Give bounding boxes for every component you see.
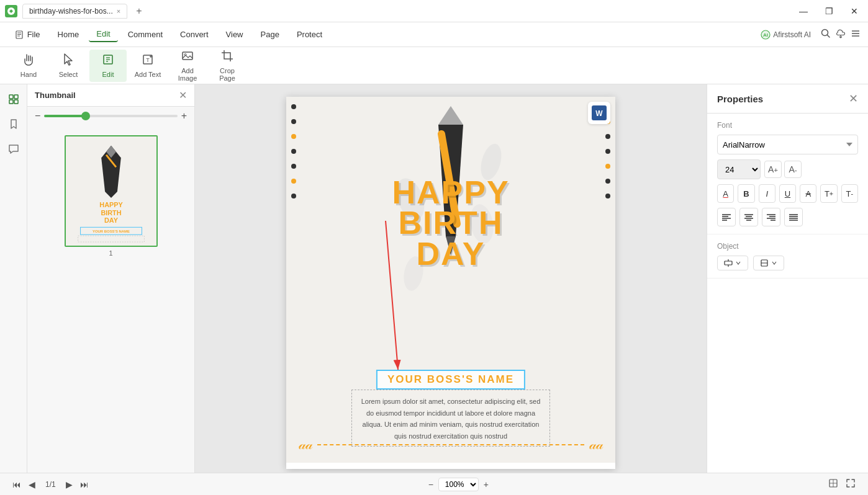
new-tab-button[interactable]: +	[132, 4, 145, 18]
subscript-button[interactable]: T-	[841, 184, 858, 203]
dot	[291, 149, 296, 154]
font-increase-button[interactable]: A+	[764, 161, 782, 178]
thumbnail-image: HAPPY BIRTH DAY YOUR BOSS'S NAME	[65, 135, 158, 247]
svg-rect-30	[9, 100, 13, 104]
zoom-out-button[interactable]: −	[426, 477, 436, 492]
close-button[interactable]: ✕	[846, 5, 863, 17]
zoom-out-button[interactable]: −	[35, 110, 40, 122]
dot-gold	[291, 179, 296, 184]
next-page-button[interactable]: ▶	[63, 477, 75, 492]
menu-comment[interactable]: Comment	[120, 27, 170, 42]
zoom-dropdown[interactable]: 100% 75% 125% 150%	[438, 478, 479, 491]
thumbnail-panel: Thumbnail ✕ − + HAPPY	[27, 84, 195, 473]
text-style-row: A B I U A T+ T-	[717, 184, 858, 203]
svg-text:T: T	[146, 57, 150, 63]
svg-text:HAPPY: HAPPY	[99, 201, 123, 208]
canvas-area[interactable]: HAPPYBIRTHDAY YOUR BOSS'S NAME Lorem ips…	[195, 84, 707, 473]
svg-line-8	[828, 35, 830, 37]
fit-page-button[interactable]	[826, 476, 841, 493]
align-center-button[interactable]	[739, 208, 758, 226]
active-tab[interactable]: birthday-wishes-for-bos... ×	[22, 4, 127, 19]
underline-button[interactable]: U	[779, 184, 796, 203]
ai-button[interactable]: AI Afirstsoft AI	[756, 27, 816, 42]
align-left-button[interactable]	[717, 208, 736, 226]
add-text-button[interactable]: T Add Text	[129, 50, 166, 82]
font-size-select[interactable]: 24 12 14 16 18 20 24 28 32	[717, 159, 761, 179]
align-row	[717, 208, 858, 226]
restore-button[interactable]: ❐	[820, 5, 838, 17]
cloud-button[interactable]	[836, 29, 846, 41]
fullscreen-button[interactable]	[843, 476, 858, 493]
menu-protect[interactable]: Protect	[289, 27, 330, 42]
toolbar: Hand Select Edit T Add Text Add Image	[0, 47, 868, 84]
zoom-slider[interactable]	[44, 115, 177, 117]
dot	[291, 194, 296, 198]
boss-name-textbox[interactable]: YOUR BOSS'S NAME	[376, 370, 525, 390]
select-tool-button[interactable]: Select	[50, 50, 87, 82]
font-name-select[interactable]: ArialNarrow Arial Times New Roman	[717, 135, 858, 154]
menu-edit[interactable]: Edit	[89, 27, 117, 42]
add-image-label: Add Image	[171, 67, 204, 82]
menu-page[interactable]: Page	[253, 27, 287, 42]
hand-icon	[22, 53, 35, 69]
lorem-textbox[interactable]: Lorem ipsum dolor sit amet, consectetur …	[351, 390, 550, 447]
panel-close-button[interactable]: ✕	[179, 89, 187, 101]
edit-tool-button[interactable]: Edit	[89, 50, 127, 82]
last-page-button[interactable]: ⏭	[78, 477, 91, 492]
hand-tool-button[interactable]: Hand	[10, 50, 47, 82]
prev-page-button[interactable]: ◀	[26, 477, 38, 492]
menu-convert[interactable]: Convert	[173, 27, 216, 42]
add-image-button[interactable]: Add Image	[169, 50, 206, 82]
strikethrough-button[interactable]: A	[800, 184, 816, 203]
thumbnail-page-number: 1	[109, 249, 112, 257]
page-content: HAPPYBIRTHDAY YOUR BOSS'S NAME Lorem ips…	[286, 97, 615, 463]
edit-icon	[101, 53, 115, 69]
thumbnail-svg: HAPPY BIRTH DAY YOUR BOSS'S NAME	[65, 136, 157, 246]
menu-right: AI Afirstsoft AI	[756, 27, 861, 42]
dot-gold	[291, 134, 296, 139]
first-page-button[interactable]: ⏮	[10, 477, 24, 492]
properties-close-button[interactable]: ✕	[849, 92, 858, 105]
italic-button[interactable]: I	[759, 184, 775, 203]
align-justify-button[interactable]	[784, 208, 803, 226]
dot	[605, 194, 610, 198]
menu-home[interactable]: Home	[50, 27, 87, 42]
zoom-info: − 100% 75% 125% 150% +	[426, 477, 491, 492]
font-decrease-button[interactable]: A-	[784, 161, 802, 178]
crop-page-label: Crop Page	[211, 67, 243, 82]
select-label: Select	[59, 71, 78, 78]
object-distribute-button[interactable]	[753, 256, 784, 270]
titlebar-right: — ❐ ✕	[794, 5, 863, 17]
dot	[291, 119, 296, 124]
superscript-button[interactable]: T+	[820, 184, 837, 203]
zoom-in-button[interactable]: +	[181, 110, 187, 122]
menubar: File Home Edit Comment Convert View Page…	[0, 22, 868, 47]
thumbnail-page-1[interactable]: HAPPY BIRTH DAY YOUR BOSS'S NAME 1	[65, 135, 158, 257]
properties-header: Properties ✕	[707, 84, 868, 114]
svg-rect-31	[14, 100, 18, 104]
align-right-button[interactable]	[762, 208, 780, 226]
underline-color-button[interactable]: A	[717, 184, 734, 203]
crop-page-button[interactable]: Crop Page	[209, 50, 246, 82]
menu-view[interactable]: View	[219, 27, 251, 42]
svg-text:AI: AI	[763, 32, 768, 38]
zoom-in-button[interactable]: +	[481, 477, 491, 492]
minimize-button[interactable]: —	[794, 5, 813, 17]
hand-label: Hand	[20, 71, 37, 78]
tab-close-button[interactable]: ×	[117, 7, 120, 15]
menu-file[interactable]: File	[7, 27, 48, 42]
add-text-label: Add Text	[135, 71, 161, 78]
ai-label: Afirstsoft AI	[773, 30, 811, 39]
word-badge: W	[588, 102, 610, 124]
bold-button[interactable]: B	[738, 184, 754, 203]
object-align-button[interactable]	[717, 256, 748, 270]
more-options-button[interactable]	[851, 29, 861, 41]
svg-rect-70	[725, 261, 732, 265]
happy-birthday-display: HAPPYBIRTHDAY	[358, 177, 544, 269]
page-container: HAPPYBIRTHDAY YOUR BOSS'S NAME Lorem ips…	[286, 97, 615, 469]
sidebar-bookmark-button[interactable]	[4, 114, 24, 134]
dot	[605, 149, 610, 154]
sidebar-thumbnail-button[interactable]	[4, 89, 24, 109]
sidebar-comment-button[interactable]	[4, 139, 24, 159]
search-button[interactable]	[821, 29, 831, 41]
